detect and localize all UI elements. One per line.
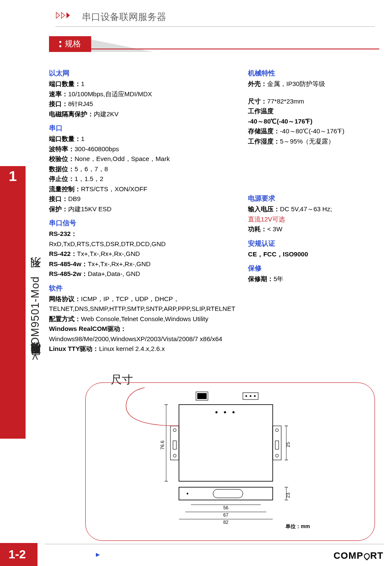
vopt: 直流12V可选 xyxy=(248,215,285,223)
ser-parity-lab: 校验位： xyxy=(49,155,75,162)
ser-baud-lab: 波特率： xyxy=(49,145,75,152)
spec-content: 以太网 端口数量：1 速率：10/100Mbps,自适应MDI/MDX 接口：8… xyxy=(49,64,373,354)
cert-val: CE，FCC，ISO9000 xyxy=(248,250,308,258)
eth-emi-val: 内建2KV xyxy=(94,110,118,118)
header-arrows-icon xyxy=(55,11,76,22)
power-head: 电源要求 xyxy=(248,193,373,204)
svg-point-15 xyxy=(276,454,279,457)
svg-point-11 xyxy=(173,429,176,432)
svg-point-14 xyxy=(276,429,279,432)
rs232-val: RxD,TxD,RTS,CTS,DSR,DTR,DCD,GND xyxy=(49,240,166,247)
dim-w3: 82 xyxy=(223,520,228,525)
svg-point-7 xyxy=(216,411,218,414)
footer-rule xyxy=(45,544,383,544)
rs485-4w-lab: RS-485-4w： xyxy=(49,260,88,267)
optemp-lab: 工作温度 xyxy=(248,107,274,115)
svg-rect-13 xyxy=(273,426,281,460)
ser-port-val: 1 xyxy=(81,135,84,142)
ser-port-lab: 端口数量： xyxy=(49,135,81,142)
ser-prot-val: 内建15KV ESD xyxy=(68,205,112,213)
svg-point-4 xyxy=(250,395,251,397)
dim-h3: 23 xyxy=(285,493,291,498)
ser-baud-val: 300-460800bps xyxy=(75,145,119,152)
storetemp-lab: 存储温度： xyxy=(248,127,280,135)
win-val: Windows98/Me/2000,WindowsXP/2003/Vista/2… xyxy=(49,335,222,342)
ethernet-head: 以太网 xyxy=(49,68,235,78)
linux-lab: Linux TTY驱动： xyxy=(49,345,99,352)
rs485-2w-lab: RS-485-2w： xyxy=(49,270,88,277)
eth-emi-lab: 电磁隔离保护： xyxy=(49,110,94,118)
ser-prot-lab: 保护： xyxy=(49,205,68,213)
svg-point-9 xyxy=(233,411,235,414)
svg-rect-24 xyxy=(213,489,243,498)
case-val: 金属，IP30防护等级 xyxy=(267,80,325,87)
svg-point-23 xyxy=(187,493,188,494)
brand-o-icon xyxy=(363,552,371,560)
warranty-head: 保修 xyxy=(248,263,373,273)
eth-iface-val: 8针RJ45 xyxy=(68,100,93,107)
vertical-title: 串口联网服务器>COM9501-Mod系列 xyxy=(27,204,43,434)
vin-val: DC 5V,47～63 Hz; xyxy=(280,205,332,213)
right-column: 机械特性 外壳：金属，IP30防护等级 尺寸：77*82*23mm 工作温度 -… xyxy=(248,64,373,354)
win-lab: Windows RealCOM驱动： xyxy=(49,325,127,332)
proto-val: ICMP，IP，TCP，UDP，DHCP， xyxy=(81,295,179,302)
svg-point-3 xyxy=(245,395,247,397)
size-val: 77*82*23mm xyxy=(267,98,304,105)
dim-w2: 67 xyxy=(223,512,228,517)
ser-iface-lab: 接口： xyxy=(49,195,68,202)
eth-speed-val: 10/100Mbps,自适应MDI/MDX xyxy=(68,90,152,98)
ser-iface-val: DB9 xyxy=(68,195,81,202)
eth-port-val: 1 xyxy=(81,80,84,87)
rs232-lab: RS-232： xyxy=(49,230,77,237)
rs422-val: Tx+,Tx-,Rx+,Rx-,GND xyxy=(77,250,140,257)
footer-arrow-icon: ▶ xyxy=(96,551,100,558)
humid-val: 5～95%（无凝露） xyxy=(280,138,334,145)
svg-point-5 xyxy=(254,395,256,397)
eth-iface-lab: 接口： xyxy=(49,100,68,107)
cons-val: < 3W xyxy=(267,225,282,233)
signals-head: 串口信号 xyxy=(49,218,235,228)
ser-flow-lab: 流量控制： xyxy=(49,185,81,192)
dimensions-drawing: 76.6 25 23 56 67 82 单位：mm xyxy=(124,388,345,532)
proto-val2: TELNET,DNS,SNMP,HTTP,SMTP,SNTP,ARP,PPP,S… xyxy=(49,305,235,312)
cert-head: 安规认证 xyxy=(248,238,373,249)
header-title: 串口设备联网服务器 xyxy=(82,11,166,22)
spec-tab-label: 规格 xyxy=(49,36,91,52)
software-head: 软件 xyxy=(49,283,235,293)
rs422-lab: RS-422： xyxy=(49,250,77,257)
page-number: 1-2 xyxy=(0,543,37,566)
serial-head: 串口 xyxy=(49,123,235,133)
dim-h: 76.6 xyxy=(160,440,165,449)
warranty-lab: 保修期： xyxy=(248,275,274,282)
svg-point-12 xyxy=(173,454,176,457)
page-footer: 1-2 ▶ COMPRT xyxy=(0,544,392,566)
chapter-rail: 1 xyxy=(0,166,26,439)
ser-stop-lab: 停止位： xyxy=(49,175,75,182)
config-lab: 配置方式： xyxy=(49,315,81,322)
warranty-val: 5年 xyxy=(274,275,283,282)
brand-logo: COMPRT xyxy=(334,549,383,563)
ser-data-val: 5，6，7，8 xyxy=(75,165,108,172)
cons-lab: 功耗： xyxy=(248,225,267,233)
case-lab: 外壳： xyxy=(248,80,267,87)
svg-rect-6 xyxy=(179,405,273,481)
dimensions-section: 尺寸 76.6 25 23 xyxy=(85,379,375,541)
proto-lab: 网络协议： xyxy=(49,295,81,302)
spec-tab-tail xyxy=(89,39,153,52)
linux-val: Linux kernel 2.4.x,2.6.x xyxy=(99,345,165,352)
svg-rect-1 xyxy=(197,393,207,399)
ser-parity-val: None，Even,Odd，Space，Mark xyxy=(75,155,170,162)
left-column: 以太网 端口数量：1 速率：10/100Mbps,自适应MDI/MDX 接口：8… xyxy=(49,64,235,354)
svg-point-8 xyxy=(224,411,226,414)
dim-h2: 25 xyxy=(285,442,291,447)
spec-underline xyxy=(49,49,379,49)
ser-stop-val: 1，1.5，2 xyxy=(75,175,104,182)
config-val: Web Console,Telnet Console,Windows Utili… xyxy=(81,315,208,322)
mech-head: 机械特性 xyxy=(248,68,373,78)
dim-w1: 56 xyxy=(223,505,228,510)
vin-lab: 输入电压： xyxy=(248,205,280,213)
page-header: 串口设备联网服务器 xyxy=(55,6,375,27)
brand-pre: COMP xyxy=(334,550,363,561)
size-lab: 尺寸： xyxy=(248,98,267,105)
ser-flow-val: RTS/CTS，XON/XOFF xyxy=(81,185,147,192)
